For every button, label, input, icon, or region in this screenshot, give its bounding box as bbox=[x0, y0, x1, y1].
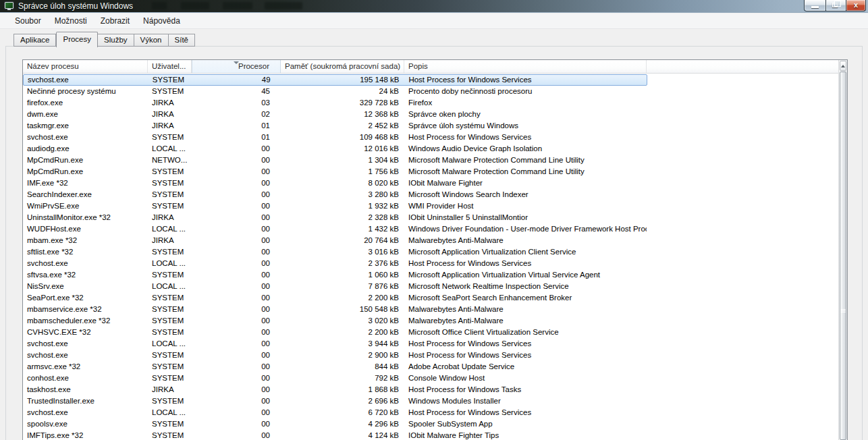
cell-process-name: SearchIndexer.exe bbox=[23, 189, 148, 200]
cell-cpu: 00 bbox=[192, 373, 281, 384]
process-row[interactable]: mbamservice.exe *32SYSTEM00150 548 kBMal… bbox=[23, 304, 647, 315]
cell-process-name: svchost.exe bbox=[24, 75, 148, 85]
cell-user: SYSTEM bbox=[148, 177, 192, 189]
process-row[interactable]: spoolsv.exeSYSTEM004 296 kBSpooler SubSy… bbox=[23, 418, 647, 430]
process-row[interactable]: UninstallMonitor.exe *32JIRKA002 328 kBI… bbox=[23, 212, 647, 223]
cell-description: Spooler SubSystem App bbox=[404, 418, 647, 430]
cell-process-name: mbamscheduler.exe *32 bbox=[23, 315, 148, 327]
process-row[interactable]: audiodg.exeLOCAL ...0012 016 kBWindows A… bbox=[23, 143, 647, 155]
cell-user: LOCAL ... bbox=[148, 407, 192, 418]
cell-process-name: svchost.exe bbox=[23, 338, 148, 350]
process-row[interactable]: svchost.exeLOCAL ...006 720 kBHost Proce… bbox=[23, 407, 647, 418]
process-row[interactable]: MpCmdRun.exeNETWO...001 304 kBMicrosoft … bbox=[23, 155, 647, 166]
process-row[interactable]: taskmgr.exeJIRKA012 452 kBSprávce úloh s… bbox=[23, 120, 647, 132]
process-row[interactable]: mbamscheduler.exe *32SYSTEM003 020 kBMal… bbox=[23, 315, 647, 327]
cell-cpu: 00 bbox=[192, 430, 281, 440]
close-icon: x bbox=[846, 1, 865, 9]
process-row[interactable]: SeaPort.exe *32SYSTEM002 200 kBMicrosoft… bbox=[23, 292, 647, 304]
cell-user: SYSTEM bbox=[148, 75, 192, 85]
task-manager-window: Správce úloh systému Windows x Soubor Mo… bbox=[0, 0, 868, 440]
cell-memory: 2 200 kB bbox=[281, 327, 404, 338]
process-row[interactable]: svchost.exeSYSTEM002 900 kBHost Process … bbox=[23, 350, 647, 361]
scrollbar-thumb[interactable] bbox=[840, 72, 846, 440]
cell-description: Microsoft Network Realtime Inspection Se… bbox=[404, 281, 647, 292]
process-row[interactable]: IMF.exe *32SYSTEM008 020 kBIObit Malware… bbox=[23, 177, 647, 189]
process-row[interactable]: svchost.exeSYSTEM01109 468 kBHost Proces… bbox=[23, 132, 647, 143]
cell-cpu: 00 bbox=[192, 200, 281, 212]
tab-site[interactable]: Sítě bbox=[169, 34, 195, 47]
glass-reflection bbox=[265, 2, 302, 9]
process-row[interactable]: WUDFHost.exeLOCAL ...001 432 kBWindows D… bbox=[23, 223, 647, 235]
cell-user: SYSTEM bbox=[148, 292, 192, 304]
tab-aplikace[interactable]: Aplikace bbox=[13, 34, 56, 47]
column-header-name[interactable]: Název procesu bbox=[23, 60, 148, 73]
cell-user: LOCAL ... bbox=[148, 281, 192, 292]
process-row[interactable]: SearchIndexer.exeSYSTEM003 280 kBMicroso… bbox=[23, 189, 647, 200]
process-row[interactable]: dwm.exeJIRKA0212 368 kBSprávce oken ploc… bbox=[23, 109, 647, 120]
process-row[interactable]: firefox.exeJIRKA03329 728 kBFirefox bbox=[23, 97, 647, 109]
column-header-user[interactable]: Uživatel... bbox=[148, 60, 192, 73]
process-row[interactable]: CVHSVC.EXE *32SYSTEM002 200 kBMicrosoft … bbox=[23, 327, 647, 338]
process-row[interactable]: mbam.exe *32JIRKA0020 764 kBMalwarebytes… bbox=[23, 235, 647, 246]
cell-description: WMI Provider Host bbox=[404, 200, 647, 212]
process-row[interactable]: svchost.exeLOCAL ...002 376 kBHost Proce… bbox=[23, 258, 647, 269]
scroll-up-button[interactable] bbox=[840, 61, 846, 71]
task-manager-icon[interactable] bbox=[5, 2, 14, 10]
cell-description: Host Process for Windows Services bbox=[404, 350, 647, 361]
column-header-cpu[interactable]: Procesor bbox=[192, 60, 281, 73]
cell-memory: 1 060 kB bbox=[281, 269, 404, 281]
cell-description: Microsoft Application Virtualization Vir… bbox=[404, 269, 647, 281]
cell-cpu: 00 bbox=[192, 395, 281, 407]
cell-process-name: SeaPort.exe *32 bbox=[23, 292, 148, 304]
close-button[interactable]: x bbox=[846, 0, 866, 11]
cell-user: JIRKA bbox=[148, 97, 192, 109]
process-row[interactable]: IMFTips.exe *32SYSTEM004 124 kBIObit Mal… bbox=[23, 430, 647, 440]
cell-process-name: conhost.exe bbox=[23, 373, 148, 384]
titlebar[interactable]: Správce úloh systému Windows x bbox=[0, 0, 868, 13]
tab-vykon[interactable]: Výkon bbox=[134, 34, 169, 47]
process-row[interactable]: sftlist.exe *32SYSTEM003 016 kBMicrosoft… bbox=[23, 246, 647, 258]
vertical-scrollbar[interactable] bbox=[838, 60, 847, 440]
cell-process-name: svchost.exe bbox=[23, 350, 148, 361]
cell-description: Malwarebytes Anti-Malware bbox=[404, 315, 647, 327]
cell-description: Microsoft SeaPort Search Enhancement Bro… bbox=[404, 292, 647, 304]
cell-cpu: 01 bbox=[192, 132, 281, 143]
menubar: Soubor Možnosti Zobrazit Nápověda bbox=[0, 13, 868, 29]
cell-memory: 8 020 kB bbox=[281, 177, 404, 189]
process-row[interactable]: Nečinné procesy systémuSYSTEM4524 kBProc… bbox=[23, 86, 647, 97]
process-row[interactable]: conhost.exeSYSTEM00792 kBConsole Window … bbox=[23, 373, 647, 384]
cell-cpu: 00 bbox=[192, 407, 281, 418]
cell-description: Správce úloh systému Windows bbox=[404, 120, 647, 132]
tab-procesy[interactable]: Procesy bbox=[56, 32, 98, 47]
process-row[interactable]: NisSrv.exeLOCAL ...007 876 kBMicrosoft N… bbox=[23, 281, 647, 292]
cell-user: SYSTEM bbox=[148, 327, 192, 338]
tab-sluzby[interactable]: Služby bbox=[98, 34, 134, 47]
minimize-button[interactable] bbox=[804, 0, 826, 11]
cell-cpu: 00 bbox=[192, 304, 281, 315]
column-header-memory[interactable]: Paměť (soukromá pracovní sada) bbox=[281, 60, 404, 73]
process-row[interactable]: sftvsa.exe *32SYSTEM001 060 kBMicrosoft … bbox=[23, 269, 647, 281]
cell-description: Microsoft Windows Search Indexer bbox=[404, 189, 647, 200]
process-row[interactable]: taskhost.exeJIRKA001 868 kBHost Process … bbox=[23, 384, 647, 395]
process-row[interactable]: svchost.exeLOCAL ...003 944 kBHost Proce… bbox=[23, 338, 647, 350]
cell-description: Firefox bbox=[404, 97, 647, 109]
cell-process-name: sftvsa.exe *32 bbox=[23, 269, 148, 281]
column-header-description[interactable]: Popis bbox=[404, 60, 647, 73]
process-row[interactable]: TrustedInstaller.exeSYSTEM002 696 kBWind… bbox=[23, 395, 647, 407]
cell-user: LOCAL ... bbox=[148, 258, 192, 269]
cell-user: JIRKA bbox=[148, 120, 192, 132]
menu-moznosti[interactable]: Možnosti bbox=[48, 14, 94, 28]
cell-process-name: CVHSVC.EXE *32 bbox=[23, 327, 148, 338]
restore-button[interactable] bbox=[826, 0, 846, 11]
menu-zobrazit[interactable]: Zobrazit bbox=[94, 14, 136, 28]
process-row[interactable]: MpCmdRun.exeSYSTEM001 756 kBMicrosoft Ma… bbox=[23, 166, 647, 177]
menu-soubor[interactable]: Soubor bbox=[8, 14, 48, 28]
process-row[interactable]: WmiPrvSE.exeSYSTEM001 932 kBWMI Provider… bbox=[23, 200, 647, 212]
cell-memory: 24 kB bbox=[281, 86, 404, 97]
menu-napoveda[interactable]: Nápověda bbox=[136, 14, 187, 28]
cell-description: Microsoft Malware Protection Command Lin… bbox=[404, 166, 647, 177]
cell-user: LOCAL ... bbox=[148, 338, 192, 350]
cell-user: SYSTEM bbox=[148, 430, 192, 440]
process-row[interactable]: svchost.exeSYSTEM49195 148 kBHost Proces… bbox=[23, 74, 647, 86]
process-row[interactable]: armsvc.exe *32SYSTEM00844 kBAdobe Acroba… bbox=[23, 361, 647, 373]
